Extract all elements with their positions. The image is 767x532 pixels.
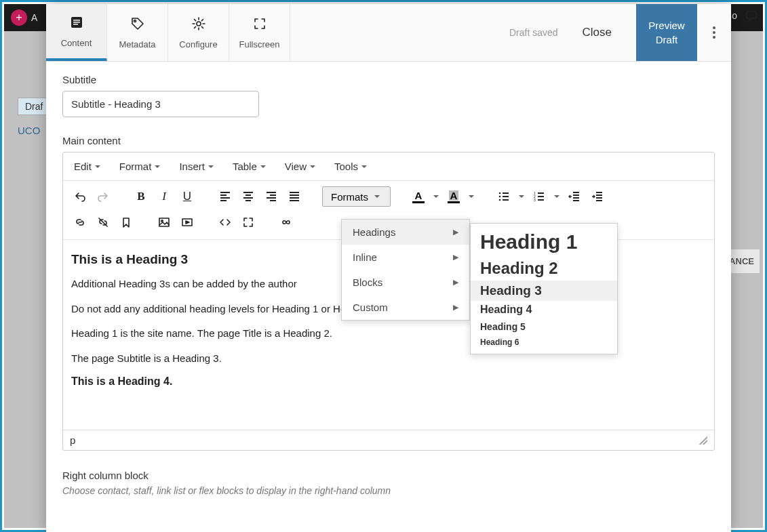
infinity-button[interactable] xyxy=(276,212,296,232)
kebab-icon xyxy=(712,26,716,39)
gear-icon xyxy=(191,16,206,35)
right-column-help: Choose contact, staff, link list or flex… xyxy=(62,485,715,496)
bg-color-caret[interactable] xyxy=(467,195,476,198)
draft-saved-label: Draft saved xyxy=(509,27,558,38)
underline-button[interactable]: U xyxy=(177,186,197,207)
svg-text:3: 3 xyxy=(534,198,536,202)
formats-label: Formats xyxy=(331,191,368,203)
preview-draft-button[interactable]: Preview Draft xyxy=(636,4,697,61)
bullet-caret[interactable] xyxy=(517,195,526,198)
tab-configure[interactable]: Configure xyxy=(168,4,229,61)
redo-button[interactable] xyxy=(93,186,113,207)
heading-1-option[interactable]: Heading 1 xyxy=(471,228,617,256)
tab-content[interactable]: Content xyxy=(46,4,107,61)
formats-menu-custom[interactable]: Custom▶ xyxy=(342,295,469,320)
align-center-button[interactable] xyxy=(238,186,258,207)
image-button[interactable] xyxy=(154,212,174,232)
main-content-label: Main content xyxy=(62,135,715,146)
bg-add-label: A xyxy=(31,12,37,23)
formats-dropdown[interactable]: Formats xyxy=(322,186,391,207)
svg-point-12 xyxy=(499,199,501,201)
bullet-list-button[interactable] xyxy=(494,186,514,207)
svg-point-11 xyxy=(499,196,501,198)
tab-fullscreen[interactable]: Fullscreen xyxy=(229,4,290,61)
subtitle-label: Subtitle xyxy=(62,74,715,85)
right-column-label: Right column block xyxy=(62,470,715,481)
speech-icon xyxy=(745,9,758,22)
heading-2-option[interactable]: Heading 2 xyxy=(471,256,617,281)
link-button[interactable] xyxy=(70,212,90,232)
content-heading-4: This is a Heading 4. xyxy=(71,375,706,388)
heading-4-option[interactable]: Heading 4 xyxy=(471,301,617,319)
content-icon xyxy=(69,15,84,34)
svg-rect-2 xyxy=(73,20,80,21)
svg-point-9 xyxy=(713,36,715,39)
outdent-button[interactable] xyxy=(564,186,585,207)
indent-button[interactable] xyxy=(587,186,608,207)
svg-rect-3 xyxy=(73,22,80,23)
tab-configure-label: Configure xyxy=(179,39,217,49)
bg-uco: UCO xyxy=(18,125,40,136)
subtitle-input[interactable] xyxy=(62,91,259,117)
bookmark-button[interactable] xyxy=(116,212,136,232)
tab-fullscreen-label: Fullscreen xyxy=(239,39,280,49)
menu-edit[interactable]: Edit xyxy=(74,161,100,172)
menu-tools[interactable]: Tools xyxy=(334,161,367,172)
formats-item-label: Custom xyxy=(353,302,388,313)
menu-view[interactable]: View xyxy=(285,161,315,172)
chevron-right-icon: ▶ xyxy=(453,278,458,287)
code-button[interactable] xyxy=(215,212,235,232)
undo-button[interactable] xyxy=(70,186,90,207)
italic-button[interactable]: I xyxy=(154,186,174,207)
svg-point-7 xyxy=(713,26,715,29)
close-button[interactable]: Close xyxy=(574,20,620,45)
tab-metadata-label: Metadata xyxy=(119,39,155,49)
heading-3-option[interactable]: Heading 3 xyxy=(471,281,617,301)
svg-point-8 xyxy=(713,31,715,34)
bg-color-button[interactable]: A xyxy=(444,186,464,207)
menu-insert[interactable]: Insert xyxy=(179,161,214,172)
tag-icon xyxy=(130,16,145,35)
numbered-list-button[interactable]: 123 xyxy=(529,186,549,207)
formats-menu-blocks[interactable]: Blocks▶ xyxy=(342,270,469,295)
svg-point-5 xyxy=(134,20,136,22)
bold-button[interactable]: B xyxy=(131,186,151,207)
more-menu-button[interactable] xyxy=(697,4,731,61)
align-right-button[interactable] xyxy=(261,186,281,207)
svg-rect-0 xyxy=(747,12,756,18)
formats-menu-inline[interactable]: Inline▶ xyxy=(342,245,469,270)
svg-point-17 xyxy=(161,220,163,222)
text-color-button[interactable]: A xyxy=(408,186,429,207)
status-path[interactable]: p xyxy=(70,434,75,446)
menu-format[interactable]: Format xyxy=(119,161,161,172)
unlink-button[interactable] xyxy=(93,212,113,232)
chevron-right-icon: ▶ xyxy=(453,228,458,237)
menu-table[interactable]: Table xyxy=(233,161,266,172)
editor-statusbar: p xyxy=(63,430,714,450)
svg-point-6 xyxy=(197,22,201,26)
heading-6-option[interactable]: Heading 6 xyxy=(471,335,617,350)
chevron-right-icon: ▶ xyxy=(453,253,458,262)
formats-menu-headings[interactable]: Headings▶ xyxy=(342,220,469,245)
align-justify-button[interactable] xyxy=(284,186,304,207)
tab-content-label: Content xyxy=(61,38,92,48)
editor-menubar: Edit Format Insert Table View Tools xyxy=(63,152,714,181)
headings-submenu: Heading 1 Heading 2 Heading 3 Heading 4 … xyxy=(470,223,618,354)
align-left-button[interactable] xyxy=(215,186,235,207)
svg-point-10 xyxy=(499,192,501,195)
heading-5-option[interactable]: Heading 5 xyxy=(471,319,617,335)
chevron-right-icon: ▶ xyxy=(453,303,458,312)
formats-item-label: Inline xyxy=(353,251,377,263)
expand-button[interactable] xyxy=(238,212,258,232)
modal-header: Content Metadata Configure Fullscreen xyxy=(46,4,731,62)
resize-grip[interactable] xyxy=(699,436,707,445)
tab-metadata[interactable]: Metadata xyxy=(107,4,168,61)
chevron-down-icon xyxy=(372,195,382,198)
fullscreen-icon xyxy=(252,16,267,35)
text-color-caret[interactable] xyxy=(431,195,441,198)
numbered-caret[interactable] xyxy=(552,195,562,198)
formats-menu: Headings▶ Inline▶ Blocks▶ Custom▶ xyxy=(341,219,470,321)
media-button[interactable] xyxy=(177,212,197,232)
svg-rect-4 xyxy=(73,24,78,25)
formats-item-label: Headings xyxy=(353,226,395,238)
